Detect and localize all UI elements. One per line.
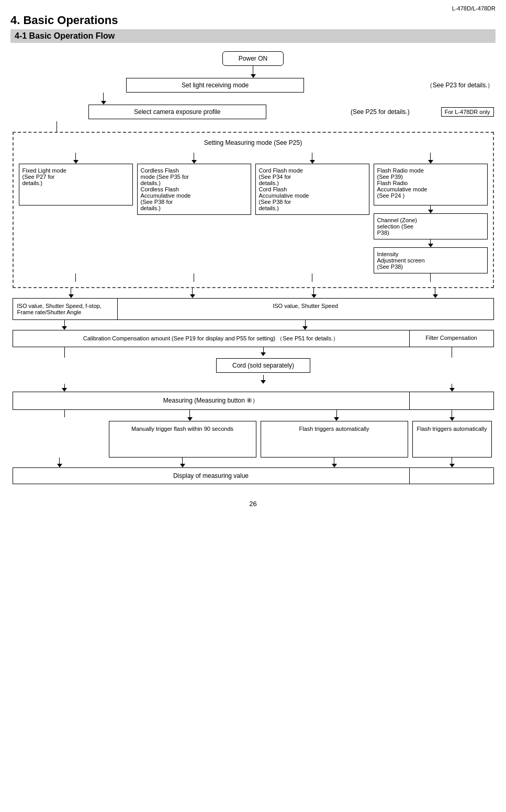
modes-dashed-container: Setting Measuring mode (See P25) Fixed L… [13, 132, 494, 288]
calib-filter: Filter Compensation [410, 330, 493, 347]
mode4-channel-box: Channel (Zone)selection (SeeP38) [374, 213, 488, 239]
set-light-mode-box: Set light receiving mode [126, 78, 304, 93]
select-camera-see: (See P25 for details.) [351, 108, 410, 116]
mode2-box: Cordless Flashmode (See P35 fordetails.)… [137, 164, 251, 215]
main-title: 4. Basic Operations [10, 14, 496, 27]
measuring-box: Measuring (Measuring button ⑧） [13, 392, 494, 410]
calib-main: Calibration Compensation amount (See P19… [13, 330, 410, 347]
measuring-right-space [410, 392, 493, 409]
trigger-auto1-box: Flash triggers automatically [261, 421, 408, 458]
display-right-space [410, 468, 493, 484]
mode3-box: Cord Flash mode(See P34 fordetails.)Cord… [255, 164, 369, 215]
trigger-manual-box: Manually trigger flash within 90 seconds [109, 421, 256, 458]
header-right: L-478D/L-478DR [10, 5, 496, 12]
mode4-intensity-box: IntensityAdjustment screen(See P38) [374, 247, 488, 273]
iso-left: ISO value, Shutter Speed, f-stop, Frame … [13, 299, 118, 319]
display-box: Display of measuring value [13, 467, 494, 484]
mode4-radio-box: Flash Radio mode(See P39)Flash RadioAccu… [374, 164, 488, 205]
power-on-box: Power ON [222, 51, 284, 66]
select-camera-box: Select camera exposure profile [88, 105, 266, 119]
trigger-row: Manually trigger flash within 90 seconds… [13, 421, 494, 458]
mode1-box: Fixed Light mode(See P27 fordetails.) [19, 164, 133, 205]
trigger-auto2-box: Flash triggers automatically [412, 421, 492, 458]
section-title: 4-1 Basic Operation Flow [10, 29, 496, 43]
setting-mode-label: Setting Measuring mode (See P25) [19, 137, 488, 148]
calib-box: Calibration Compensation amount (See P19… [13, 330, 494, 347]
measuring-main: Measuring (Measuring button ⑧） [13, 392, 410, 409]
page-number: 26 [10, 500, 496, 508]
for-label: For L-478DR only [441, 107, 494, 117]
set-light-see: （See P23 for details.） [426, 81, 494, 90]
iso-right: ISO value, Shutter Speed [118, 299, 493, 319]
display-main: Display of measuring value [13, 468, 410, 484]
cord-box: Cord (sold separately) [216, 358, 310, 373]
iso-box: ISO value, Shutter Speed, f-stop, Frame … [13, 298, 494, 320]
